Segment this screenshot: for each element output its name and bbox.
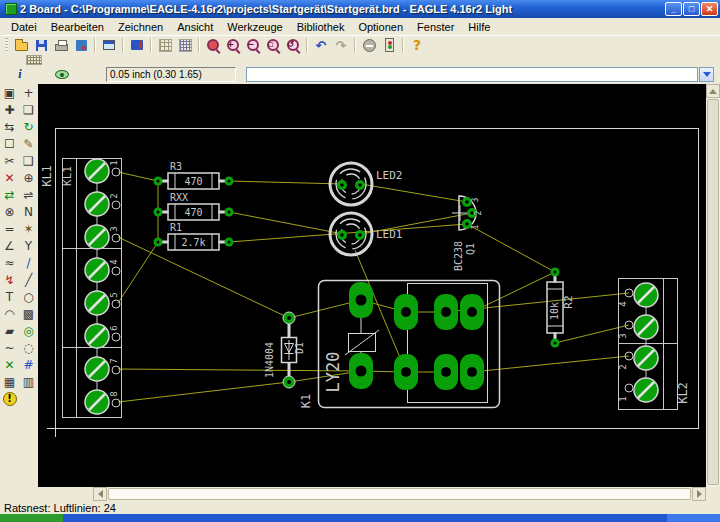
traffic-light-button[interactable] — [379, 37, 399, 54]
tool-hole-icon[interactable]: ◌ — [23, 342, 33, 354]
tool-signal-icon[interactable]: ~ — [4, 342, 14, 354]
zoom-select-button[interactable]: ▫ — [263, 37, 283, 54]
command-row: i 0.05 inch (0.30 1.65) — [0, 66, 720, 84]
tool-auto-icon[interactable]: # — [23, 359, 33, 371]
tool-rect-icon[interactable]: ▩ — [23, 308, 34, 320]
tool-drc-icon[interactable]: ▦ — [4, 376, 15, 388]
system-tray[interactable] — [667, 514, 720, 522]
grid-coarse-button[interactable] — [155, 37, 175, 54]
tool-cut-icon[interactable]: ✂ — [4, 155, 14, 167]
info-tool-icon[interactable]: i — [12, 67, 28, 82]
tool-replace-icon[interactable]: ⇌ — [23, 189, 33, 201]
command-dropdown-button[interactable] — [699, 67, 714, 82]
tool-name-icon[interactable]: N — [24, 206, 33, 218]
scroll-left-button[interactable] — [93, 487, 107, 501]
menu-werkzeuge[interactable]: Werkzeuge — [220, 20, 289, 34]
tool-circle-icon[interactable]: ○ — [23, 291, 33, 303]
component-q1[interactable]: 3 2 1 BC238 Q1 — [452, 196, 483, 271]
zoom-fit-button[interactable] — [203, 37, 223, 54]
tool-pinswap-icon[interactable]: ⇄ — [4, 189, 14, 201]
menu-optionen[interactable]: Optionen — [351, 20, 410, 34]
tool-rotate-icon[interactable]: ↻ — [23, 121, 33, 133]
menu-bibliothek[interactable]: Bibliothek — [290, 20, 352, 34]
horizontal-scroll-thumb[interactable] — [108, 488, 691, 500]
toolbar-drag-handle[interactable] — [5, 38, 8, 52]
tool-optimize-icon[interactable]: ≈ — [4, 257, 14, 269]
component-kl1[interactable]: 1 2 3 4 5 6 7 8 KL1 KL1 — [40, 159, 122, 418]
tool-add-icon[interactable]: ⊕ — [23, 172, 33, 184]
tool-smash-icon[interactable]: ✶ — [23, 223, 33, 235]
tool-route-icon[interactable]: / — [26, 257, 30, 269]
stop-icon — [363, 39, 376, 52]
minimize-button[interactable]: _ — [665, 2, 682, 16]
component-r3[interactable]: R3 470 — [154, 161, 234, 189]
horizontal-scrollbar[interactable] — [38, 487, 706, 501]
tool-group-icon[interactable]: ☐ — [4, 138, 15, 150]
component-k1[interactable]: LY20 K1 — [299, 281, 500, 409]
window-switch-button[interactable] — [99, 37, 119, 54]
scroll-up-button[interactable] — [706, 84, 720, 98]
grid-button[interactable] — [26, 55, 42, 65]
grid-fine-button[interactable] — [175, 37, 195, 54]
maximize-button[interactable]: □ — [683, 2, 700, 16]
zoom-in-button[interactable]: + — [223, 37, 243, 54]
vertical-scroll-thumb[interactable] — [707, 99, 719, 485]
component-led2[interactable]: LED2 — [330, 163, 403, 205]
component-d1[interactable]: 1N4004 D1 — [264, 312, 305, 388]
board-canvas[interactable]: 1 2 3 4 5 6 7 8 KL1 KL1 R3 470 — [38, 84, 706, 487]
scroll-right-button[interactable] — [692, 487, 706, 501]
component-kl2[interactable]: 4 3 2 1 KL2 — [618, 279, 690, 410]
tool-delete-icon[interactable]: ✕ — [4, 172, 14, 184]
tool-errors-icon[interactable]: ! — [3, 392, 17, 406]
show-eye-icon[interactable] — [55, 70, 69, 79]
tool-wire-icon[interactable]: ╱ — [25, 274, 32, 286]
tool-paste-icon[interactable]: ❑ — [23, 155, 34, 167]
tool-mirror-icon[interactable]: ⇆ — [4, 121, 14, 133]
menu-fenster[interactable]: Fenster — [410, 20, 461, 34]
board-outline[interactable] — [47, 129, 699, 438]
tool-via-icon[interactable]: ◎ — [23, 325, 33, 337]
vertical-scrollbar[interactable] — [706, 84, 720, 501]
command-input[interactable] — [246, 67, 698, 82]
start-button[interactable] — [0, 514, 63, 522]
zoom-out-button[interactable]: − — [243, 37, 263, 54]
tool-mark-icon[interactable]: + — [23, 87, 33, 99]
close-button[interactable]: ✕ — [701, 2, 718, 16]
tool-polygon-icon[interactable]: ▰ — [5, 325, 14, 337]
stop-button[interactable] — [359, 37, 379, 54]
open-button[interactable] — [11, 37, 31, 54]
component-r1[interactable]: R1 2.7k — [154, 222, 234, 250]
cam-processor-button[interactable] — [71, 37, 91, 54]
undo-button[interactable]: ↶ — [311, 37, 331, 54]
windows-taskbar[interactable] — [0, 514, 720, 522]
menu-hilfe[interactable]: Hilfe — [461, 20, 497, 34]
tool-lock-icon[interactable]: ⊗ — [4, 206, 14, 218]
kl2-pin-number: 1 — [618, 396, 628, 401]
print-button[interactable] — [51, 37, 71, 54]
statusbar: Ratsnest: Luftlinien: 24 — [0, 501, 720, 514]
component-rxx[interactable]: RXX 470 — [154, 192, 234, 220]
tool-ripup-icon[interactable]: ↯ — [4, 274, 14, 286]
component-led1[interactable]: LED1 — [330, 213, 403, 255]
tool-miter-icon[interactable]: ∠ — [4, 240, 15, 252]
redo-button[interactable]: ↷ — [331, 37, 351, 54]
tool-arc-icon[interactable]: ◠ — [4, 308, 14, 320]
tool-copy-icon[interactable]: ❏ — [23, 104, 34, 116]
tool-display-icon[interactable]: ▣ — [4, 87, 15, 99]
zoom-redraw-button[interactable]: ↺ — [283, 37, 303, 54]
menu-bearbeiten[interactable]: Bearbeiten — [44, 20, 111, 34]
tool-change-icon[interactable]: ✎ — [23, 138, 33, 150]
tool-text-icon[interactable]: T — [6, 291, 13, 303]
tool-split-icon[interactable]: Y — [25, 240, 32, 252]
tool-move-icon[interactable]: ✚ — [4, 104, 14, 116]
tool-erc-icon[interactable]: ▥ — [23, 376, 34, 388]
tool-value-icon[interactable]: = — [4, 223, 14, 235]
library-button[interactable] — [127, 37, 147, 54]
menu-zeichnen[interactable]: Zeichnen — [111, 20, 170, 34]
save-button[interactable] — [31, 37, 51, 54]
component-r2[interactable]: 10k R2 — [547, 268, 575, 348]
help-button[interactable]: ? — [407, 37, 427, 54]
menu-ansicht[interactable]: Ansicht — [170, 20, 220, 34]
menu-datei[interactable]: Datei — [4, 20, 44, 34]
tool-ratsnest-icon[interactable]: ✕ — [4, 359, 14, 371]
